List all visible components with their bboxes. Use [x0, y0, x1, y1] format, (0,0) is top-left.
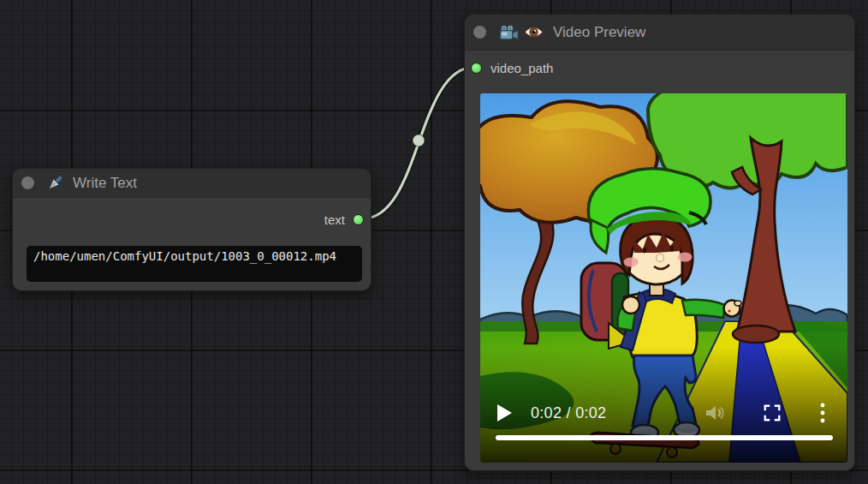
video-preview-header[interactable]: Video Preview: [465, 15, 854, 51]
input-label: video_path: [490, 61, 553, 75]
node-title: Video Preview: [553, 24, 645, 41]
node-write-text[interactable]: Write Text text /home/umen/ComfyUI/outpu…: [12, 168, 372, 291]
eye-icon: [523, 25, 544, 39]
output-slot-text[interactable]: text: [324, 210, 364, 230]
wire: [362, 67, 475, 219]
fullscreen-icon[interactable]: [763, 403, 782, 422]
node-status-dot[interactable]: [21, 176, 34, 189]
video-controls: 0:02 / 0:02: [480, 397, 847, 428]
output-port-dot[interactable]: [353, 214, 364, 225]
overflow-menu-icon[interactable]: [819, 402, 826, 424]
output-label: text: [324, 212, 345, 227]
node-graph-canvas[interactable]: Write Text text /home/umen/ComfyUI/outpu…: [0, 0, 868, 484]
volume-icon[interactable]: [704, 403, 727, 423]
wire-outline: [362, 67, 475, 219]
pen-icon: [45, 173, 65, 193]
node-video-preview[interactable]: Video Preview video_path: [464, 14, 855, 471]
input-port-dot[interactable]: [471, 63, 482, 74]
node-title: Write Text: [73, 175, 137, 192]
input-slot-video-path[interactable]: video_path: [471, 58, 553, 78]
progress-bar[interactable]: [496, 435, 833, 440]
wire-midpoint-dot[interactable]: [413, 134, 425, 146]
node-status-dot[interactable]: [473, 26, 486, 39]
time-display: 0:02 / 0:02: [531, 404, 606, 422]
video-frame[interactable]: 0:02 / 0:02: [480, 93, 847, 463]
play-icon[interactable]: [495, 403, 514, 423]
movie-camera-icon: [498, 23, 520, 42]
write-text-header[interactable]: Write Text: [13, 169, 371, 198]
text-widget[interactable]: /home/umen/ComfyUI/output/1003_0_00012.m…: [27, 246, 362, 282]
